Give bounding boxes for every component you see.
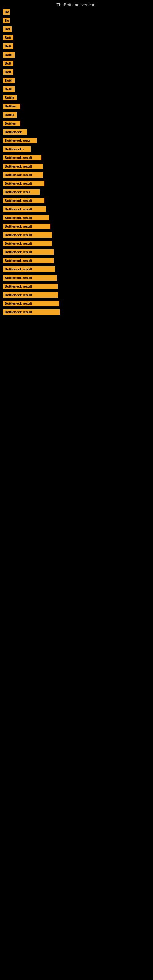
list-item: Bottl bbox=[3, 78, 150, 83]
list-item: Bottleneck result bbox=[3, 275, 150, 280]
label-box: Bottleneck result bbox=[3, 164, 43, 169]
site-title: TheBottlenecker.com bbox=[0, 0, 153, 9]
list-item: Bott bbox=[3, 69, 150, 75]
label-box: Bottleneck result bbox=[3, 241, 52, 246]
list-item: Bottleneck result bbox=[3, 266, 150, 272]
label-box: Bottleneck result bbox=[3, 258, 54, 263]
label-box: Bott bbox=[3, 43, 13, 49]
label-box: Bottleneck result bbox=[3, 198, 45, 204]
list-item: Bottleneck resu bbox=[3, 138, 150, 143]
list-item: Bottleneck result bbox=[3, 241, 150, 246]
label-box: Bo bbox=[3, 18, 10, 23]
label-box: Bo bbox=[3, 9, 10, 15]
list-item: Bottleneck bbox=[3, 129, 150, 135]
list-item: Bott bbox=[3, 35, 150, 40]
label-box: Bott bbox=[3, 69, 13, 75]
list-item: Bot bbox=[3, 26, 150, 32]
label-box: Bottleneck result bbox=[3, 215, 49, 221]
list-item: Bo bbox=[3, 18, 150, 23]
label-box: Bottleneck r bbox=[3, 146, 30, 152]
list-item: Bottleneck result bbox=[3, 172, 150, 178]
list-item: Bottlen bbox=[3, 103, 150, 109]
list-item: Bottleneck result bbox=[3, 249, 150, 255]
label-box: Bottleneck result bbox=[3, 283, 57, 289]
label-box: Bottle bbox=[3, 95, 16, 100]
label-box: Bottleneck result bbox=[3, 232, 52, 238]
list-item: Bottlen bbox=[3, 121, 150, 126]
label-box: Bott bbox=[3, 60, 13, 66]
list-item: Bottl bbox=[3, 52, 150, 57]
list-item: Bottleneck result bbox=[3, 198, 150, 204]
list-item: Bottle bbox=[3, 112, 150, 118]
label-box: Bottlen bbox=[3, 121, 20, 126]
label-box: Bottle bbox=[3, 112, 16, 118]
label-box: Bottl bbox=[3, 52, 15, 57]
list-item: Bott bbox=[3, 60, 150, 66]
list-item: Bottle bbox=[3, 95, 150, 100]
label-box: Bottleneck result bbox=[3, 266, 55, 272]
label-box: Bottleneck result bbox=[3, 172, 43, 178]
label-box: Bottleneck result bbox=[3, 292, 58, 298]
list-item: Bottleneck result bbox=[3, 283, 150, 289]
label-box: Bottlen bbox=[3, 103, 20, 109]
label-box: Bottleneck bbox=[3, 129, 27, 135]
list-item: Bott bbox=[3, 43, 150, 49]
label-box: Bottleneck result bbox=[3, 181, 45, 186]
list-item: Bottleneck result bbox=[3, 232, 150, 238]
label-box: Bottleneck result bbox=[3, 275, 57, 280]
list-item: Bo bbox=[3, 9, 150, 15]
list-item: Bottleneck result bbox=[3, 181, 150, 186]
list-item: Bottleneck result bbox=[3, 292, 150, 298]
label-box: Bottleneck resu bbox=[3, 138, 37, 143]
label-box: Bott bbox=[3, 35, 13, 40]
label-box: Bottleneck result bbox=[3, 309, 60, 315]
items-container: BoBoBotBottBottBottlBottBottBottlBottlBo… bbox=[0, 9, 153, 318]
label-box: Bot bbox=[3, 26, 12, 32]
label-box: Bottleneck result bbox=[3, 207, 46, 212]
list-item: Bottleneck result bbox=[3, 309, 150, 315]
list-item: Bottleneck result bbox=[3, 224, 150, 229]
list-item: Bottleneck result bbox=[3, 301, 150, 306]
list-item: Bottleneck result bbox=[3, 155, 150, 161]
list-item: Bottleneck resu bbox=[3, 189, 150, 195]
label-box: Bottleneck result bbox=[3, 155, 41, 161]
label-box: Bottleneck result bbox=[3, 249, 54, 255]
label-box: Bottl bbox=[3, 78, 15, 83]
label-box: Bottleneck resu bbox=[3, 189, 40, 195]
label-box: Bottl bbox=[3, 86, 15, 92]
list-item: Bottl bbox=[3, 86, 150, 92]
label-box: Bottleneck result bbox=[3, 301, 59, 306]
list-item: Bottleneck result bbox=[3, 207, 150, 212]
label-box: Bottleneck result bbox=[3, 224, 51, 229]
list-item: Bottleneck result bbox=[3, 258, 150, 263]
list-item: Bottleneck r bbox=[3, 146, 150, 152]
list-item: Bottleneck result bbox=[3, 164, 150, 169]
list-item: Bottleneck result bbox=[3, 215, 150, 221]
